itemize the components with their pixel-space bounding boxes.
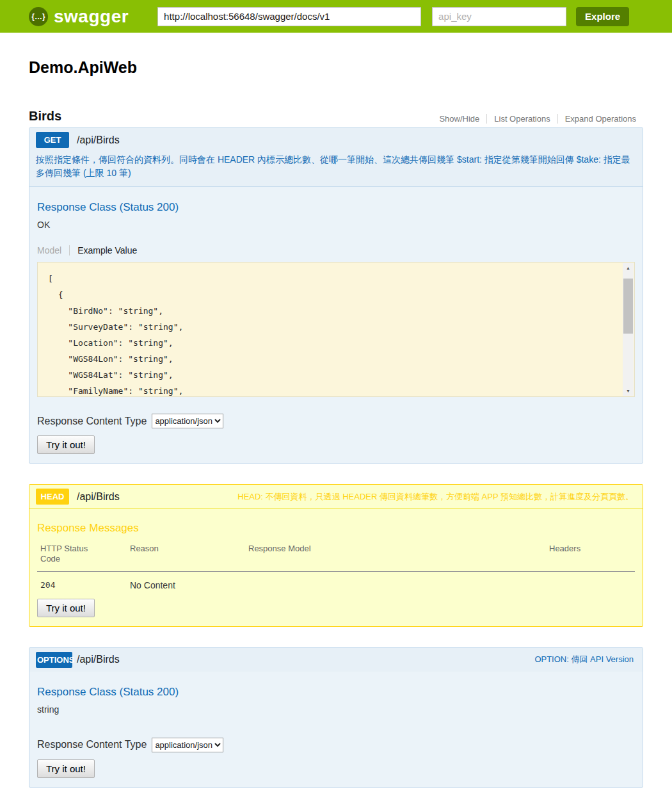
api-url-input[interactable]: [157, 7, 421, 26]
explore-button[interactable]: Explore: [576, 7, 629, 26]
top-bar: {…} swagger Explore: [0, 0, 672, 33]
operation-content: Response Class (Status 200) string Respo…: [29, 686, 643, 787]
reason-cell: No Content: [127, 571, 245, 592]
operation-summary: HEAD: 不傳回資料，只透過 HEADER 傳回資料總筆數，方便前端 APP …: [120, 491, 636, 503]
operation-path[interactable]: /api/Birds: [77, 491, 120, 503]
content-type-select[interactable]: application/json: [152, 414, 223, 428]
http-method-badge: GET: [36, 132, 69, 148]
model-tabs: Model Example Value: [37, 245, 635, 255]
try-it-out-button[interactable]: Try it out!: [37, 759, 95, 778]
response-messages-table: HTTP Status Code Reason Response Model H…: [37, 541, 635, 592]
content-type-label: Response Content Type: [37, 416, 147, 427]
resource-header: Birds Show/Hide List Operations Expand O…: [29, 109, 643, 124]
swagger-logo[interactable]: {…} swagger: [29, 6, 129, 27]
content-type-select[interactable]: application/json: [152, 738, 223, 752]
example-value-box: [ { "BirdNo": "string", "SurveyDate": "s…: [37, 262, 635, 397]
operation-get-birds: GET /api/Birds 按照指定條件，傳回符合的資料列。同時會在 HEAD…: [29, 127, 643, 464]
main-content: Demo.ApiWeb Birds Show/Hide List Operati…: [29, 58, 643, 788]
page-title: Demo.ApiWeb: [29, 58, 643, 77]
example-json: [ { "BirdNo": "string", "SurveyDate": "s…: [38, 263, 634, 397]
column-header-reason: Reason: [127, 541, 245, 571]
swagger-braces-icon: {…}: [29, 7, 48, 26]
operation-heading[interactable]: OPTIONS /api/Birds OPTION: 傳回 API Versio…: [29, 648, 643, 672]
table-row: 204 No Content: [37, 571, 635, 592]
operation-heading[interactable]: GET /api/Birds: [29, 128, 643, 152]
tab-model[interactable]: Model: [37, 245, 70, 255]
column-header-status: HTTP Status Code: [37, 541, 127, 571]
show-hide-link[interactable]: Show/Hide: [432, 114, 486, 124]
try-it-out-button[interactable]: Try it out!: [37, 599, 95, 617]
scroll-up-arrow-icon[interactable]: ▲: [623, 263, 634, 273]
operation-summary: OPTION: 傳回 API Version: [120, 654, 636, 665]
response-class-title: Response Class (Status 200): [37, 686, 635, 699]
content-type-row: Response Content Type application/json: [37, 738, 635, 752]
content-type-row: Response Content Type application/json: [37, 414, 635, 428]
response-model-cell: [245, 571, 546, 592]
scrollbar[interactable]: ▲ ▼: [623, 263, 634, 396]
operation-head-birds: HEAD /api/Birds HEAD: 不傳回資料，只透過 HEADER 傳…: [29, 484, 643, 627]
operation-options-birds: OPTIONS /api/Birds OPTION: 傳回 API Versio…: [29, 647, 643, 788]
list-operations-link[interactable]: List Operations: [486, 114, 557, 124]
tab-example-value[interactable]: Example Value: [77, 245, 137, 255]
resource-title[interactable]: Birds: [29, 109, 61, 124]
operation-path[interactable]: /api/Birds: [77, 654, 120, 665]
operation-description: 按照指定條件，傳回符合的資料列。同時會在 HEADER 內標示總比數、從哪一筆開…: [29, 152, 643, 187]
operation-content: Response Class (Status 200) OK Model Exa…: [29, 201, 643, 463]
response-class-value: string: [37, 704, 635, 715]
column-header-response-model: Response Model: [245, 541, 546, 571]
http-method-badge: HEAD: [36, 489, 69, 505]
response-messages-title: Response Messages: [37, 522, 635, 535]
resource-links: Show/Hide List Operations Expand Operati…: [432, 114, 643, 124]
table-header-row: HTTP Status Code Reason Response Model H…: [37, 541, 635, 571]
response-class-value: OK: [37, 220, 635, 230]
scroll-thumb[interactable]: [623, 279, 633, 334]
operation-path[interactable]: /api/Birds: [77, 134, 120, 146]
content-type-label: Response Content Type: [37, 739, 147, 750]
api-key-input[interactable]: [432, 7, 566, 26]
headers-cell: [546, 571, 635, 592]
scroll-down-arrow-icon[interactable]: ▼: [623, 386, 634, 396]
operation-content: Response Messages HTTP Status Code Reaso…: [29, 522, 643, 626]
status-code-cell: 204: [37, 571, 127, 592]
response-class-title: Response Class (Status 200): [37, 201, 635, 214]
http-method-badge: OPTIONS: [36, 652, 72, 668]
swagger-logo-text: swagger: [54, 6, 129, 27]
expand-operations-link[interactable]: Expand Operations: [557, 114, 643, 124]
operation-heading[interactable]: HEAD /api/Birds HEAD: 不傳回資料，只透過 HEADER 傳…: [29, 485, 643, 509]
try-it-out-button[interactable]: Try it out!: [37, 435, 95, 454]
column-header-headers: Headers: [546, 541, 635, 571]
